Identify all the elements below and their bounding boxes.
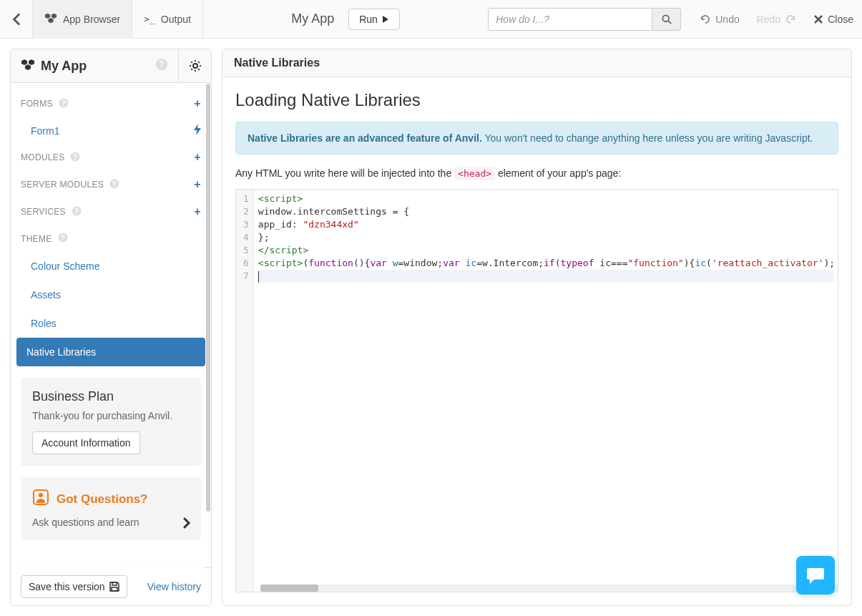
sidebar-header: My App ? xyxy=(11,49,211,83)
help-icon[interactable]: ? xyxy=(72,206,82,218)
section-label: SERVER MODULES xyxy=(21,180,104,190)
search-wrap xyxy=(488,8,681,31)
help-icon[interactable]: ? xyxy=(155,58,168,74)
terminal-icon: >_ xyxy=(144,14,155,24)
sidebar-item-form1[interactable]: Form1 xyxy=(11,117,211,144)
desc-prefix: Any HTML you write here will be injected… xyxy=(235,167,454,179)
code-inline: <head> xyxy=(454,167,495,180)
questions-box[interactable]: Got Questions? Ask questions and learn xyxy=(21,477,201,539)
save-version-button[interactable]: Save this version xyxy=(21,575,127,598)
editor-hscrollbar[interactable] xyxy=(260,585,838,592)
code-line: window.intercomSettings = { xyxy=(258,205,833,218)
add-form-button[interactable]: + xyxy=(194,97,201,110)
sidebar-item-native-libraries[interactable]: Native Libraries xyxy=(16,338,205,366)
line-number: 1 xyxy=(243,192,249,205)
close-button[interactable]: Close xyxy=(805,14,862,25)
run-button[interactable]: Run xyxy=(348,9,400,30)
undo-icon xyxy=(700,14,711,24)
floppy-icon xyxy=(109,582,119,592)
add-module-button[interactable]: + xyxy=(194,151,201,164)
svg-text:?: ? xyxy=(60,234,64,242)
redo-button[interactable]: Redo xyxy=(748,14,805,25)
questions-sub: Ask questions and learn xyxy=(32,517,190,528)
undo-button[interactable]: Undo xyxy=(691,14,748,25)
scrollbar-thumb[interactable] xyxy=(206,84,210,512)
info-box: Native Libraries are an advanced feature… xyxy=(235,122,838,155)
sidebar-footer: Save this version View history xyxy=(11,567,211,605)
gear-icon xyxy=(189,59,202,72)
search-icon xyxy=(662,14,672,24)
tab-output[interactable]: >_ Output xyxy=(132,0,203,39)
topbar: App Browser >_ Output My App Run Undo Re… xyxy=(0,0,862,39)
section-server-modules: SERVER MODULES ? + xyxy=(11,171,211,198)
sidebar-title: My App ? xyxy=(11,51,178,82)
help-icon[interactable]: ? xyxy=(109,179,119,191)
plan-title: Business Plan xyxy=(32,389,190,404)
code-editor[interactable]: 1 2 3 4 5 6 7 <script> window.intercomSe… xyxy=(235,189,838,592)
help-icon[interactable]: ? xyxy=(58,233,68,245)
view-history-link[interactable]: View history xyxy=(147,581,201,592)
section-forms: FORMS ? + xyxy=(11,90,211,117)
cursor xyxy=(258,271,259,283)
svg-text:?: ? xyxy=(159,59,164,69)
info-strong: Native Libraries are an advanced feature… xyxy=(248,132,482,144)
code-line: }; xyxy=(258,231,833,244)
plan-text: Thank-you for purchasing Anvil. xyxy=(32,410,190,421)
help-icon[interactable]: ? xyxy=(59,98,69,110)
line-number: 5 xyxy=(243,244,249,257)
line-number: 2 xyxy=(243,205,249,218)
svg-text:?: ? xyxy=(62,99,66,107)
sidebar-item-assets[interactable]: Assets xyxy=(11,280,211,309)
page-heading: Loading Native Libraries xyxy=(235,90,838,110)
chevron-right-icon xyxy=(182,517,191,532)
code-line: </script> xyxy=(258,244,833,257)
help-icon[interactable]: ? xyxy=(70,152,80,164)
sidebar-item-roles[interactable]: Roles xyxy=(11,309,211,338)
desc-suffix: element of your app's page: xyxy=(495,167,621,179)
search-button[interactable] xyxy=(652,8,681,31)
search-input[interactable] xyxy=(488,8,652,31)
back-button[interactable] xyxy=(0,0,33,39)
add-server-module-button[interactable]: + xyxy=(194,178,201,191)
chat-fab[interactable] xyxy=(796,556,835,595)
content-body: Loading Native Libraries Native Librarie… xyxy=(222,77,851,605)
line-number: 6 xyxy=(243,257,249,270)
scrollbar-thumb[interactable] xyxy=(260,585,318,592)
content-panel: Native Libraries Loading Native Librarie… xyxy=(222,49,852,606)
section-theme: THEME ? xyxy=(11,225,211,252)
item-label: Form1 xyxy=(31,125,59,137)
svg-text:?: ? xyxy=(73,153,77,161)
svg-rect-18 xyxy=(112,587,117,591)
settings-button[interactable] xyxy=(178,49,211,82)
code-area[interactable]: <script> window.intercomSettings = { app… xyxy=(254,190,838,592)
svg-point-16 xyxy=(39,493,43,497)
save-label: Save this version xyxy=(29,581,105,592)
account-info-button[interactable]: Account Information xyxy=(32,431,140,454)
undo-label: Undo xyxy=(715,14,739,25)
svg-rect-17 xyxy=(112,582,117,585)
section-label: SERVICES xyxy=(21,207,66,217)
chevron-left-icon xyxy=(11,13,21,26)
run-label: Run xyxy=(359,14,378,25)
code-line: <script>(function(){var w=window;var ic=… xyxy=(258,257,833,270)
app-title: My App xyxy=(277,11,348,26)
svg-text:?: ? xyxy=(112,180,117,188)
redo-icon xyxy=(785,14,796,24)
gutter: 1 2 3 4 5 6 7 xyxy=(236,190,254,592)
info-rest: You won't need to change anything here u… xyxy=(482,132,813,144)
sidebar: My App ? FORMS ? + Form1 M xyxy=(10,49,212,606)
section-modules: MODULES ? + xyxy=(11,144,211,171)
svg-point-0 xyxy=(662,15,669,21)
chat-icon xyxy=(805,565,826,585)
play-icon xyxy=(382,16,389,23)
item-label: Roles xyxy=(31,318,57,329)
tab-app-browser[interactable]: App Browser xyxy=(33,0,132,39)
svg-point-4 xyxy=(193,64,197,68)
sidebar-item-colour-scheme[interactable]: Colour Scheme xyxy=(11,252,211,280)
sidebar-scrollbar[interactable] xyxy=(206,84,210,569)
cubes-icon xyxy=(44,12,57,26)
content-header: Native Libraries xyxy=(222,49,851,77)
add-service-button[interactable]: + xyxy=(194,205,201,218)
redo-label: Redo xyxy=(757,14,780,25)
cubes-icon xyxy=(21,58,35,74)
